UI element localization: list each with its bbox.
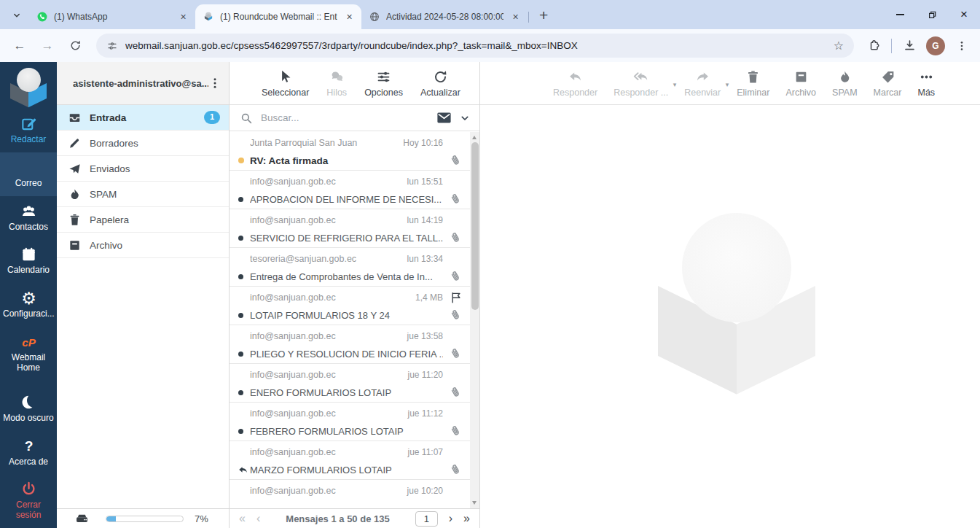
toolbar-button[interactable]: Opciones (364, 69, 403, 98)
sidebar-nav-item[interactable]: Acerca de (0, 431, 57, 475)
account-menu-icon[interactable] (208, 77, 222, 90)
toolbar-button-icon (837, 69, 852, 85)
toolbar-button[interactable]: Más (917, 69, 935, 98)
folder-item[interactable]: Entrada 1 (57, 105, 229, 131)
toolbar-button[interactable]: Marcar (874, 69, 902, 98)
profile-avatar[interactable]: G (926, 36, 945, 55)
pagination-prev-button[interactable]: ‹ (256, 513, 260, 524)
browser-tab[interactable]: Actividad 2024-05-28 08:00:00 × (361, 4, 528, 29)
toolbar-button[interactable]: Responder ... ▾ (614, 69, 668, 98)
message-row[interactable]: info@sanjuan.gob.ec 1,4 MB LOTAIP FORMUL… (230, 287, 470, 325)
toolbar-button[interactable]: Responder (553, 69, 597, 98)
back-button[interactable]: ← (7, 34, 32, 58)
message-row[interactable]: info@sanjuan.gob.ec lun 14:19 SERVICIO D… (230, 209, 470, 248)
pagination-first-button[interactable]: « (239, 513, 246, 524)
folder-label: Enviados (90, 163, 220, 174)
toolbar-button[interactable]: Reenviar ▾ (684, 69, 721, 98)
sidebar-nav-item[interactable]: Contactos (0, 196, 57, 240)
message-sender: info@sanjuan.gob.ec (250, 292, 409, 303)
message-row[interactable]: info@sanjuan.gob.ec lun 15:51 APROBACION… (230, 171, 470, 209)
browser-tab[interactable]: (1) Roundcube Webmail :: Entra × (195, 4, 361, 29)
window-close-button[interactable]: × (948, 0, 980, 29)
extensions-icon[interactable] (863, 35, 885, 57)
list-scrollbar[interactable] (470, 132, 479, 508)
pagination-page-input[interactable] (415, 511, 438, 527)
folder-item[interactable]: Papelera (57, 207, 229, 233)
quota-progressbar (106, 516, 184, 522)
reload-button[interactable] (63, 34, 87, 58)
dropdown-caret-icon[interactable]: ▾ (726, 81, 729, 88)
sidebar-nav-item[interactable]: Calendario (0, 239, 57, 283)
sidebar-nav-icon (20, 438, 37, 454)
message-row[interactable]: Junta Parroquial San Juan Hoy 10:16 RV: … (230, 132, 470, 171)
tab-close-icon[interactable]: × (343, 11, 356, 23)
new-tab-button[interactable]: + (539, 7, 548, 23)
sidebar-nav-label: Correo (15, 179, 42, 189)
message-row[interactable]: info@sanjuan.gob.ec jue 11:20 ENERO FORM… (230, 364, 470, 403)
search-options-chevron-icon[interactable] (459, 112, 471, 124)
sidebar-nav-item[interactable]: Modo oscuro (0, 387, 57, 431)
sidebar-nav-item[interactable]: Correo (0, 152, 57, 196)
toolbar-button[interactable]: Archivo (785, 69, 816, 98)
browser-tab[interactable]: (1) WhatsApp × (29, 4, 195, 29)
scrollbar-up-arrow[interactable] (472, 136, 477, 139)
tab-search-chevron-icon[interactable] (12, 10, 22, 20)
webmail-content: Redactar Correo Contactos Calendario Con… (0, 62, 980, 528)
browser-menu-icon[interactable] (951, 35, 973, 57)
folder-item[interactable]: Archivo (57, 233, 229, 258)
window-minimize-button[interactable] (884, 0, 916, 29)
bookmark-star-icon[interactable]: ☆ (834, 39, 844, 53)
attachment-icon (449, 231, 463, 245)
sidebar-nav-item[interactable]: Cerrar sesión (0, 474, 57, 528)
site-settings-icon[interactable] (106, 40, 118, 52)
sidebar-nav-item[interactable]: Configuraci... (0, 283, 57, 327)
downloads-icon[interactable] (898, 35, 920, 57)
search-input[interactable] (259, 112, 429, 124)
message-subject: ENERO FORMULARIOS LOTAIP (250, 387, 443, 398)
sidebar-nav-label: Cerrar sesión (3, 500, 54, 521)
message-date: jue 10:20 (407, 486, 443, 496)
message-row[interactable]: info@sanjuan.gob.ec jue 13:58 PLIEGO Y R… (230, 325, 470, 364)
forward-button[interactable]: → (35, 34, 60, 58)
scrollbar-thumb[interactable] (471, 142, 479, 310)
message-row[interactable]: info@sanjuan.gob.ec jue 11:07 MARZO FORM… (230, 441, 470, 480)
app-sidebar: Redactar Correo Contactos Calendario Con… (0, 62, 57, 528)
folder-icon (68, 111, 82, 125)
message-status-icon (238, 158, 250, 163)
message-date: lun 14:19 (407, 215, 443, 225)
message-row[interactable]: info@sanjuan.gob.ec jue 10:20 (230, 480, 470, 508)
folder-icon (68, 187, 82, 201)
message-sender: info@sanjuan.gob.ec (250, 215, 401, 225)
folder-label: SPAM (90, 189, 220, 200)
toolbar-button[interactable]: Hilos (326, 69, 347, 98)
toolbar-divider (891, 39, 892, 53)
window-restore-button[interactable] (916, 0, 948, 29)
address-bar[interactable]: webmail.sanjuan.gob.ec/cpsess5462997557/… (96, 34, 854, 58)
pagination-last-button[interactable]: » (463, 513, 470, 524)
toolbar-button[interactable]: SPAM (832, 69, 858, 98)
url-text: webmail.sanjuan.gob.ec/cpsess5462997557/… (125, 40, 826, 51)
toolbar-button[interactable]: Seleccionar (262, 69, 309, 98)
tab-close-icon[interactable]: × (177, 11, 189, 23)
message-status-icon (238, 465, 250, 475)
sidebar-nav-item[interactable]: Webmail Home (0, 327, 57, 381)
folder-item[interactable]: SPAM (57, 182, 229, 207)
sidebar-nav-item[interactable]: Redactar (0, 109, 57, 152)
search-scope-mail-icon[interactable] (436, 109, 452, 126)
attachment-icon (449, 154, 463, 168)
folder-item[interactable]: Borradores (57, 131, 229, 156)
sidebar-nav-icon (20, 159, 37, 176)
message-row[interactable]: tesoreria@sanjuan.gob.ec lun 13:34 Entre… (230, 248, 470, 287)
folder-label: Archivo (90, 240, 220, 251)
tab-close-icon[interactable]: × (509, 11, 522, 23)
folder-item[interactable]: Enviados (57, 156, 229, 182)
toolbar-button[interactable]: Actualizar (420, 69, 460, 98)
dropdown-caret-icon[interactable]: ▾ (673, 81, 677, 88)
toolbar-button[interactable]: Eliminar (737, 69, 769, 98)
message-row[interactable]: info@sanjuan.gob.ec jue 11:12 FEBRERO FO… (230, 403, 470, 441)
scrollbar-down-arrow[interactable] (472, 501, 477, 505)
message-row-top: tesoreria@sanjuan.gob.ec lun 13:34 (238, 248, 463, 268)
tab-favicon (369, 11, 380, 23)
toolbar-button-label: Actualizar (420, 88, 460, 98)
pagination-next-button[interactable]: › (449, 513, 452, 524)
